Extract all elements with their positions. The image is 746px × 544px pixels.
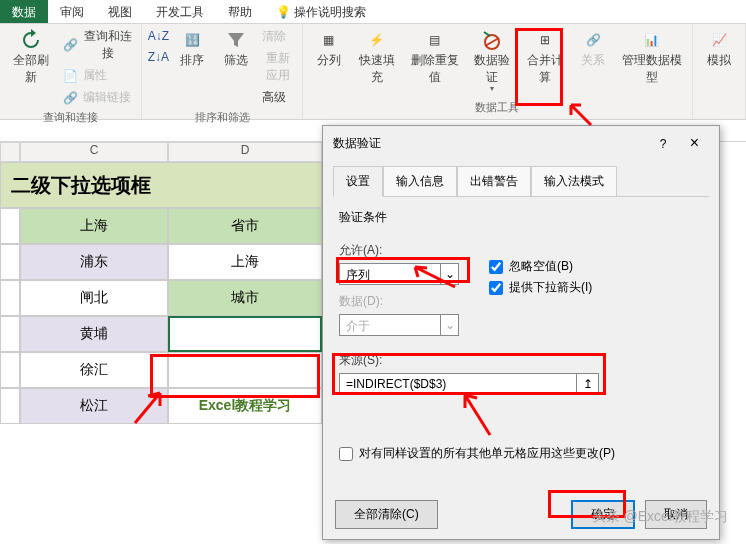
ribbon: 全部刷新 🔗查询和连接 📄属性 🔗编辑链接 查询和连接 A↓Z Z↓A 🔢排序 … [0, 24, 746, 120]
ribbon-tabs: 数据 审阅 视图 开发工具 帮助 💡 操作说明搜索 [0, 0, 746, 24]
relations-icon: 🔗 [581, 28, 605, 52]
refresh-icon [19, 28, 43, 52]
chevron-down-icon: ⌄ [440, 264, 458, 284]
cell[interactable]: 徐汇 [20, 352, 168, 388]
data-validation-button[interactable]: 数据验证▾ [468, 26, 517, 95]
allow-label: 允许(A): [339, 242, 459, 259]
active-cell[interactable] [168, 316, 322, 352]
cell[interactable]: 松江 [20, 388, 168, 424]
reapply-button: 重新应用 [260, 48, 295, 86]
consolidate-icon: ⊞ [533, 28, 557, 52]
ignore-blank-checkbox[interactable] [489, 260, 503, 274]
cell[interactable]: 省市 [168, 208, 322, 244]
tab-help[interactable]: 帮助 [216, 0, 264, 23]
range-picker-icon[interactable]: ↥ [576, 374, 598, 394]
consolidate-button[interactable]: ⊞合并计算 [521, 26, 570, 88]
sort-az-button[interactable]: A↓Z [148, 26, 168, 46]
help-button[interactable]: ? [650, 137, 677, 151]
watermark: 头条 @Excel教程学习 [592, 508, 728, 526]
cell[interactable]: 闸北 [20, 280, 168, 316]
cell[interactable]: 浦东 [20, 244, 168, 280]
tab-review[interactable]: 审阅 [48, 0, 96, 23]
chevron-down-icon: ⌄ [440, 315, 458, 335]
flashfill-icon: ⚡ [365, 28, 389, 52]
group-label: 查询和连接 [43, 108, 98, 127]
remove-duplicates-button[interactable]: ▤删除重复值 [405, 26, 464, 88]
tab-tellme[interactable]: 💡 操作说明搜索 [264, 0, 378, 23]
tab-view[interactable]: 视图 [96, 0, 144, 23]
edit-links-button: 🔗编辑链接 [61, 87, 136, 108]
tab-input-message[interactable]: 输入信息 [383, 166, 457, 197]
properties-icon: 📄 [63, 68, 79, 84]
group-label: 排序和筛选 [195, 108, 250, 127]
tab-developer[interactable]: 开发工具 [144, 0, 216, 23]
brand-cell[interactable]: Excel教程学习 [168, 388, 322, 424]
refresh-all-button[interactable]: 全部刷新 [6, 26, 57, 88]
sort-desc-icon: Z↓A [150, 49, 166, 65]
dialog-title: 数据验证 [333, 135, 381, 152]
forecast-icon: 📈 [707, 28, 731, 52]
apply-all-checkbox[interactable] [339, 447, 353, 461]
lightbulb-icon: 💡 [276, 5, 291, 19]
clear-button: 清除 [260, 26, 295, 47]
dialog-tabs: 设置 输入信息 出错警告 输入法模式 [333, 166, 709, 197]
datavalid-icon [480, 28, 504, 52]
properties-button: 📄属性 [61, 65, 136, 86]
col-header-d[interactable]: D [168, 142, 322, 162]
data-label: 数据(D): [339, 293, 459, 310]
filter-button[interactable]: 筛选 [216, 26, 256, 71]
data-validation-dialog: 数据验证 ? × 设置 输入信息 出错警告 输入法模式 验证条件 允许(A): … [322, 125, 720, 540]
advanced-button[interactable]: 高级 [260, 87, 295, 108]
title-cell[interactable]: 二级下拉选项框 [0, 162, 322, 208]
group-label: 数据工具 [475, 98, 519, 117]
group-data-tools: ▦分列 ⚡快速填充 ▤删除重复值 数据验证▾ ⊞合并计算 🔗关系 📊管理数据模型… [303, 24, 693, 119]
filter-icon [224, 28, 248, 52]
cell[interactable]: 上海 [168, 244, 322, 280]
tab-data[interactable]: 数据 [0, 0, 48, 23]
links-icon: 🔗 [63, 90, 79, 106]
data-combo: 介于⌄ [339, 314, 459, 336]
datamodel-icon: 📊 [640, 28, 664, 52]
connections-icon: 🔗 [63, 37, 78, 53]
close-button[interactable]: × [680, 134, 709, 151]
forecast-button[interactable]: 📈模拟 [699, 26, 739, 71]
relationships-button: 🔗关系 [573, 26, 613, 71]
group-sort-filter: A↓Z Z↓A 🔢排序 筛选 清除 重新应用 高级 排序和筛选 [142, 24, 302, 119]
group-queries: 全部刷新 🔗查询和连接 📄属性 🔗编辑链接 查询和连接 [0, 24, 142, 119]
cell[interactable] [168, 352, 322, 388]
sort-icon: 🔢 [180, 28, 204, 52]
flash-fill-button[interactable]: ⚡快速填充 [353, 26, 402, 88]
incell-dropdown-checkbox[interactable] [489, 281, 503, 295]
sort-button[interactable]: 🔢排序 [172, 26, 212, 71]
sort-za-button[interactable]: Z↓A [148, 47, 168, 67]
clear-all-button[interactable]: 全部清除(C) [335, 500, 438, 529]
sort-asc-icon: A↓Z [150, 28, 166, 44]
queries-connections-button[interactable]: 🔗查询和连接 [61, 26, 136, 64]
texttocol-icon: ▦ [317, 28, 341, 52]
tab-error-alert[interactable]: 出错警告 [457, 166, 531, 197]
tab-settings[interactable]: 设置 [333, 166, 383, 197]
text-to-columns-button[interactable]: ▦分列 [309, 26, 349, 71]
group-forecast: 📈模拟 [693, 24, 746, 119]
cell[interactable]: 城市 [168, 280, 322, 316]
removedup-icon: ▤ [423, 28, 447, 52]
source-input[interactable]: =INDIRECT($D$3)↥ [339, 373, 599, 395]
col-header-c[interactable]: C [20, 142, 168, 162]
allow-combo[interactable]: 序列⌄ [339, 263, 459, 285]
data-model-button[interactable]: 📊管理数据模型 [617, 26, 686, 88]
cell[interactable]: 上海 [20, 208, 168, 244]
dropdown-icon: ▾ [490, 84, 494, 93]
source-label: 来源(S): [339, 352, 703, 369]
cell[interactable]: 黄埔 [20, 316, 168, 352]
tab-ime-mode[interactable]: 输入法模式 [531, 166, 617, 197]
section-label: 验证条件 [339, 209, 703, 226]
